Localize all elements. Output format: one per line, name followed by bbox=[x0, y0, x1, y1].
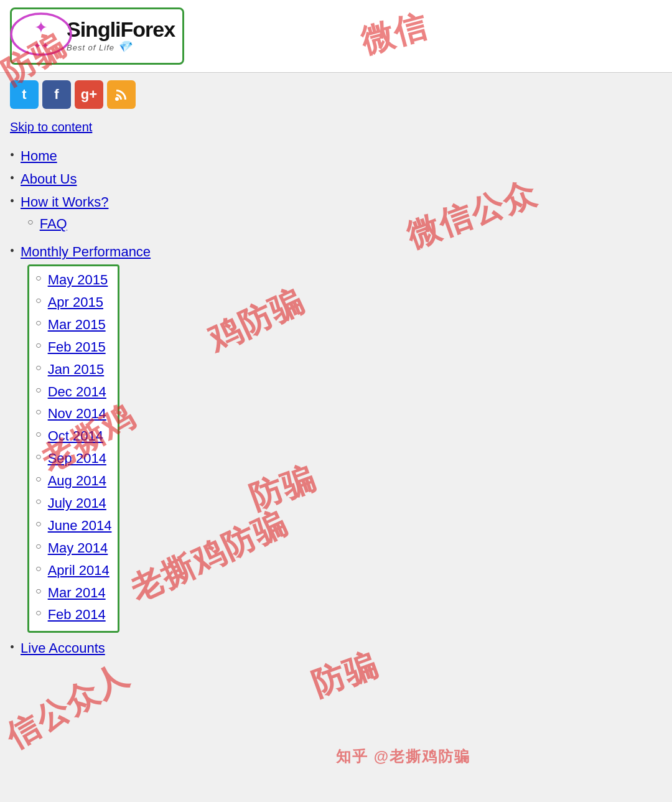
nav-link-jan2015[interactable]: Jan 2015 bbox=[48, 360, 105, 380]
monthly-sub-list: ○ May 2015 ○ Apr 2015 ○ Mar 2015 ○ Feb 2… bbox=[27, 264, 119, 633]
nav-link-faq[interactable]: FAQ bbox=[40, 214, 67, 234]
gplus-icon[interactable]: g+ bbox=[75, 80, 103, 109]
monthly-item-mar2014: ○ Mar 2014 bbox=[35, 583, 111, 603]
bullet-oct2014: ○ bbox=[35, 429, 42, 440]
monthly-item-mar2015: ○ Mar 2015 bbox=[35, 315, 111, 335]
nav-link-dec2014[interactable]: Dec 2014 bbox=[48, 382, 106, 402]
nav-link-oct2014[interactable]: Oct 2014 bbox=[48, 426, 103, 446]
monthly-item-nov2014: ○ Nov 2014 bbox=[35, 404, 111, 424]
nav-link-apr2015[interactable]: Apr 2015 bbox=[48, 292, 103, 312]
monthly-item-june2014: ○ June 2014 bbox=[35, 516, 111, 536]
bullet-may2015: ○ bbox=[35, 273, 42, 284]
bullet-april2014: ○ bbox=[35, 563, 42, 574]
skip-to-content-link[interactable]: Skip to content bbox=[0, 116, 672, 141]
nav-link-aug2014[interactable]: Aug 2014 bbox=[48, 471, 106, 491]
nav-link-about[interactable]: About Us bbox=[21, 170, 77, 189]
monthly-item-july2014: ○ July 2014 bbox=[35, 493, 111, 513]
monthly-item-aug2014: ○ Aug 2014 bbox=[35, 471, 111, 491]
monthly-item-may2014: ○ May 2014 bbox=[35, 538, 111, 558]
nav-link-may2015[interactable]: May 2015 bbox=[48, 270, 108, 290]
nav-item-about: • About Us bbox=[10, 170, 662, 189]
nav-link-live[interactable]: Live Accounts bbox=[21, 639, 105, 658]
logo-diamond-icon: 💎 bbox=[118, 40, 132, 53]
bullet-sep2014: ○ bbox=[35, 451, 42, 462]
bullet-feb2015: ○ bbox=[35, 340, 42, 351]
nav-link-how[interactable]: How it Works? bbox=[21, 193, 108, 212]
logo-tagline: Best of Life 💎 bbox=[67, 40, 175, 54]
nav-link-july2014[interactable]: July 2014 bbox=[48, 493, 106, 513]
monthly-item-apr2015: ○ Apr 2015 bbox=[35, 292, 111, 312]
monthly-item-april2014: ○ April 2014 bbox=[35, 561, 111, 581]
bullet-about: • bbox=[10, 171, 14, 185]
bullet-jan2015: ○ bbox=[35, 362, 42, 373]
nav-list: • Home • About Us • How it Works? ○ FAQ bbox=[10, 147, 662, 658]
bullet-july2014: ○ bbox=[35, 496, 42, 507]
social-bar: t f g+ bbox=[0, 73, 672, 116]
logo-brand: SingliForex bbox=[67, 19, 175, 40]
nav-item-faq: ○ FAQ bbox=[27, 214, 67, 234]
nav-link-mar2015[interactable]: Mar 2015 bbox=[48, 315, 106, 335]
monthly-item-feb2014: ○ Feb 2014 bbox=[35, 605, 111, 625]
nav-item-live: • Live Accounts bbox=[10, 639, 662, 658]
nav-link-feb2015[interactable]: Feb 2015 bbox=[48, 337, 106, 357]
nav-link-may2014[interactable]: May 2014 bbox=[48, 538, 108, 558]
bullet-faq: ○ bbox=[27, 217, 34, 228]
header: ✦✦✦ SingliForex Best of Life 💎 bbox=[0, 0, 672, 73]
bullet-feb2014: ○ bbox=[35, 607, 42, 618]
bullet-dec2014: ○ bbox=[35, 385, 42, 396]
bullet-how: • bbox=[10, 194, 14, 208]
bullet-monthly: • bbox=[10, 244, 14, 258]
bullet-mar2014: ○ bbox=[35, 585, 42, 597]
nav-link-june2014[interactable]: June 2014 bbox=[48, 516, 112, 536]
nav-link-monthly[interactable]: Monthly Performance bbox=[21, 243, 151, 262]
bullet-aug2014: ○ bbox=[35, 473, 42, 485]
logo-text-block: SingliForex Best of Life 💎 bbox=[67, 19, 175, 54]
monthly-item-jan2015: ○ Jan 2015 bbox=[35, 360, 111, 380]
rss-icon[interactable] bbox=[107, 80, 136, 109]
svg-point-1 bbox=[115, 97, 119, 101]
nav-link-home[interactable]: Home bbox=[21, 147, 57, 166]
nav-link-feb2014[interactable]: Feb 2014 bbox=[48, 605, 106, 625]
bullet-mar2015: ○ bbox=[35, 317, 42, 329]
bullet-nov2014: ○ bbox=[35, 406, 42, 417]
nav-link-sep2014[interactable]: Sep 2014 bbox=[48, 449, 106, 469]
logo-ellipse-svg bbox=[10, 11, 72, 58]
svg-point-0 bbox=[11, 14, 71, 55]
logo-brand-text: SingliForex bbox=[67, 17, 175, 41]
bullet-may2014: ○ bbox=[35, 541, 42, 552]
bullet-home: • bbox=[10, 148, 14, 162]
monthly-item-oct2014: ○ Oct 2014 bbox=[35, 426, 111, 446]
monthly-item-may2015: ○ May 2015 bbox=[35, 270, 111, 290]
logo-container[interactable]: ✦✦✦ SingliForex Best of Life 💎 bbox=[10, 7, 184, 65]
nav-item-monthly: • Monthly Performance ○ May 2015 ○ Apr 2… bbox=[10, 243, 662, 635]
logo-inner: ✦✦✦ SingliForex Best of Life 💎 bbox=[19, 14, 175, 58]
bullet-live: • bbox=[10, 640, 14, 655]
rss-svg bbox=[114, 87, 129, 102]
nav-item-how: • How it Works? ○ FAQ bbox=[10, 193, 662, 240]
bullet-june2014: ○ bbox=[35, 518, 42, 529]
facebook-icon[interactable]: f bbox=[42, 80, 71, 109]
monthly-item-sep2014: ○ Sep 2014 bbox=[35, 449, 111, 469]
twitter-icon[interactable]: t bbox=[10, 80, 39, 109]
monthly-item-feb2015: ○ Feb 2015 bbox=[35, 337, 111, 357]
nav-link-april2014[interactable]: April 2014 bbox=[48, 561, 110, 581]
how-sub-list: ○ FAQ bbox=[27, 214, 67, 236]
nav-container: • Home • About Us • How it Works? ○ FAQ bbox=[0, 141, 672, 674]
nav-link-nov2014[interactable]: Nov 2014 bbox=[48, 404, 106, 424]
monthly-item-dec2014: ○ Dec 2014 bbox=[35, 382, 111, 402]
bullet-apr2015: ○ bbox=[35, 295, 42, 306]
nav-link-mar2014[interactable]: Mar 2014 bbox=[48, 583, 106, 603]
nav-item-home: • Home bbox=[10, 147, 662, 166]
